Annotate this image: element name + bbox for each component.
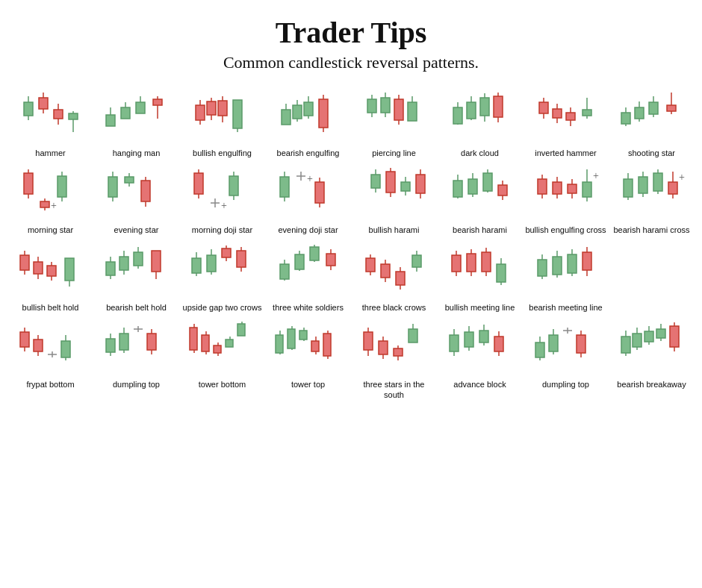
svg-rect-263 — [583, 252, 591, 270]
candle-chart-empty — [615, 243, 689, 299]
pattern-cell-three_black_crows: three black crows — [351, 240, 437, 317]
candle-chart-piercing_line — [357, 89, 432, 145]
svg-rect-7 — [54, 110, 63, 119]
pattern-cell-bullish_harami: bullish harami — [351, 163, 437, 240]
svg-rect-91 — [649, 102, 658, 114]
svg-rect-192 — [65, 258, 74, 281]
candle-chart-bullish_engulfing — [185, 89, 260, 145]
pattern-label-bullish_engulfing: bullish engulfing — [193, 148, 252, 158]
pattern-label-evening_star: evening star — [114, 225, 159, 235]
svg-rect-125 — [280, 177, 289, 197]
pattern-cell-morning_star: +morning star — [7, 163, 93, 240]
pattern-cell-upside_gap_two_crows: upside gap two crows — [179, 240, 265, 317]
svg-rect-79 — [566, 113, 575, 120]
svg-text:+: + — [593, 170, 599, 181]
page-subtitle: Common candlestick reversal patterns. — [7, 53, 695, 72]
pattern-cell-bearish_breakaway: bearish breakaway — [609, 317, 695, 405]
svg-rect-113 — [141, 181, 150, 201]
svg-rect-274 — [61, 341, 70, 357]
svg-rect-260 — [568, 254, 577, 273]
svg-rect-365 — [670, 326, 679, 347]
svg-rect-318 — [364, 332, 373, 350]
candle-chart-hanging_man — [99, 89, 174, 145]
svg-rect-239 — [412, 255, 421, 267]
svg-rect-61 — [453, 107, 462, 124]
pattern-cell-tower_top: tower top — [265, 317, 351, 405]
svg-rect-254 — [538, 260, 547, 276]
svg-rect-22 — [153, 99, 162, 105]
svg-rect-94 — [667, 105, 676, 111]
svg-rect-34 — [233, 100, 242, 128]
pattern-label-bullish_engulfing_cross: bullish engulfing cross — [525, 225, 606, 235]
pattern-cell-inverted_hammer: inverted hammer — [523, 86, 609, 163]
pattern-label-frypat_bottom: frypat bottom — [26, 379, 74, 390]
candle-chart-bullish_harami — [357, 166, 432, 222]
pattern-label-bearish_meeting_line: bearish meeting line — [529, 302, 602, 313]
svg-rect-43 — [304, 102, 313, 116]
svg-rect-64 — [467, 102, 476, 119]
pattern-cell-advance_block: advance block — [437, 317, 523, 405]
pattern-cell-three_stars_south: three stars in the south — [351, 317, 437, 405]
pattern-cell-three_white_soldiers: three white soldiers — [265, 240, 351, 317]
svg-rect-306 — [288, 329, 295, 348]
svg-rect-73 — [539, 102, 548, 113]
pattern-grid: hammerhanging manbullish engulfingbearis… — [7, 86, 695, 404]
svg-rect-184 — [20, 255, 29, 270]
candle-chart-bullish_engulfing_cross: + — [529, 166, 603, 222]
svg-rect-215 — [237, 251, 246, 267]
pattern-cell-shooting_star: shooting star — [609, 86, 695, 163]
svg-rect-359 — [644, 331, 653, 342]
pattern-cell-bullish_engulfing: bullish engulfing — [179, 86, 265, 163]
svg-rect-209 — [207, 255, 216, 272]
candle-chart-dark_cloud — [443, 89, 518, 145]
pattern-cell-frypat_bottom: frypat bottom — [7, 317, 93, 405]
pattern-cell-evening_star: evening star — [93, 163, 179, 240]
pattern-cell-bearish_belt_hold: bearish belt hold — [93, 240, 179, 317]
svg-rect-13 — [106, 115, 115, 126]
svg-rect-46 — [319, 99, 328, 128]
svg-rect-171 — [624, 179, 633, 197]
svg-rect-327 — [409, 329, 417, 343]
svg-rect-110 — [125, 177, 134, 183]
candle-chart-three_black_crows — [357, 243, 432, 299]
pattern-label-advance_block: advance block — [453, 379, 506, 390]
svg-rect-269 — [34, 340, 43, 351]
svg-rect-280 — [119, 334, 128, 350]
svg-rect-164 — [568, 184, 577, 193]
svg-rect-257 — [553, 257, 562, 275]
svg-rect-161 — [553, 182, 562, 194]
pattern-label-evening_doji_star: evening doji star — [278, 225, 338, 235]
svg-rect-212 — [222, 248, 231, 257]
svg-rect-167 — [583, 182, 591, 197]
svg-rect-227 — [326, 254, 335, 266]
pattern-cell-dark_cloud: dark cloud — [437, 86, 523, 163]
candle-chart-tower_bottom — [185, 320, 260, 376]
pattern-label-bearish_harami_cross: bearish harami cross — [613, 225, 689, 235]
pattern-cell-bearish_harami: bearish harami — [437, 163, 523, 240]
svg-rect-100 — [40, 201, 49, 207]
svg-rect-10 — [69, 113, 78, 119]
pattern-cell-dumpling_top: dumpling top — [93, 317, 179, 405]
pattern-label-bearish_engulfing: bearish engulfing — [277, 148, 340, 158]
candle-chart-hammer — [13, 89, 88, 145]
svg-rect-88 — [635, 107, 644, 119]
svg-rect-1 — [24, 102, 33, 116]
candle-chart-evening_doji_star: + — [271, 166, 346, 222]
pattern-label-dumpling_top: dumpling top — [113, 379, 160, 390]
candle-chart-three_white_soldiers — [271, 243, 346, 299]
pattern-cell-hanging_man: hanging man — [93, 86, 179, 163]
svg-rect-266 — [20, 332, 29, 347]
svg-rect-300 — [237, 324, 245, 336]
svg-rect-221 — [295, 254, 304, 269]
candle-chart-bearish_harami — [443, 166, 518, 222]
pattern-label-upside_gap_two_crows: upside gap two crows — [183, 302, 262, 313]
pattern-label-tower_top: tower top — [291, 379, 325, 390]
candle-chart-bearish_engulfing — [271, 89, 346, 145]
pattern-label-dumpling_top2: dumpling top — [542, 379, 589, 390]
svg-rect-146 — [453, 181, 462, 197]
svg-rect-58 — [408, 102, 417, 121]
page: Trader Tips Common candlestick reversal … — [0, 0, 702, 419]
svg-rect-315 — [323, 334, 331, 356]
svg-rect-155 — [498, 185, 507, 196]
svg-rect-97 — [24, 173, 33, 194]
